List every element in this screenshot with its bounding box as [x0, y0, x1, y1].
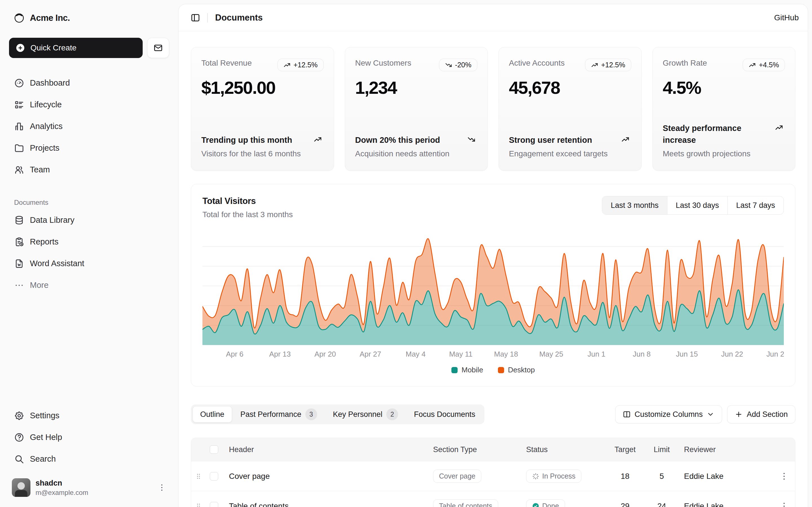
stat-value: 4.5% — [663, 77, 785, 98]
page-header: Documents GitHub — [179, 4, 808, 31]
customize-columns-label: Customize Columns — [635, 410, 703, 419]
range-last-30-days[interactable]: Last 30 days — [667, 196, 727, 214]
svg-text:Apr 20: Apr 20 — [314, 350, 336, 358]
trend-up-icon — [313, 135, 322, 144]
svg-text:May 4: May 4 — [406, 350, 426, 358]
row-menu-icon[interactable] — [779, 471, 789, 481]
row-menu-icon[interactable] — [779, 501, 789, 507]
github-link[interactable]: GitHub — [774, 13, 799, 22]
tab-focus-documents[interactable]: Focus Documents — [407, 406, 483, 422]
quick-create-button[interactable]: Quick Create — [9, 38, 143, 58]
sidebar-item-analytics[interactable]: Analytics — [9, 115, 169, 137]
svg-text:Apr 6: Apr 6 — [226, 350, 244, 358]
trend-up-icon — [621, 135, 629, 144]
sidebar-item-label: Data Library — [30, 216, 74, 225]
sidebar-item-data-library[interactable]: Data Library — [9, 209, 169, 231]
sidebar-item-lifecycle[interactable]: Lifecycle — [9, 94, 169, 115]
plus-icon — [735, 410, 743, 418]
inbox-button[interactable] — [147, 38, 169, 58]
row-checkbox[interactable] — [210, 502, 218, 507]
mail-icon — [153, 43, 163, 53]
stat-label: Growth Rate — [663, 59, 707, 68]
row-checkbox[interactable] — [210, 472, 218, 481]
user-menu[interactable]: shadcn m@example.com — [9, 476, 169, 499]
sidebar-item-settings[interactable]: Settings — [9, 405, 169, 427]
ellipsis-vertical-icon[interactable] — [157, 483, 166, 492]
select-all-checkbox[interactable] — [210, 445, 218, 454]
stat-trend-badge: +12.5% — [277, 59, 324, 71]
cell-target[interactable]: 18 — [607, 472, 644, 481]
sidebar-item-dashboard[interactable]: Dashboard — [9, 72, 169, 94]
drag-handle-icon[interactable] — [195, 502, 202, 507]
brand[interactable]: Acme Inc. — [9, 10, 169, 26]
sidebar-item-label: Team — [30, 165, 50, 174]
chart-legend: MobileDesktop — [202, 365, 784, 374]
sidebar-item-search[interactable]: Search — [9, 448, 169, 470]
circle-plus-icon — [15, 43, 26, 53]
range-last-3-months[interactable]: Last 3 months — [602, 196, 667, 214]
sidebar: Acme Inc. Quick Create DashboardLifecycl… — [0, 0, 178, 507]
cell-header[interactable]: Cover page — [225, 472, 429, 481]
stat-trend-badge: +12.5% — [585, 59, 631, 71]
add-section-label: Add Section — [747, 410, 788, 419]
sidebar-documents-nav: Data LibraryReportsWord AssistantMore — [9, 209, 169, 296]
cell-limit[interactable]: 24 — [644, 502, 680, 507]
sidebar-item-label: Word Assistant — [30, 259, 84, 268]
cell-header[interactable]: Table of contents — [225, 502, 429, 507]
tab-key-personnel[interactable]: Key Personnel2 — [326, 406, 406, 422]
database-icon — [14, 215, 24, 225]
sidebar-item-more[interactable]: More — [9, 274, 169, 296]
sidebar-item-label: Settings — [30, 411, 59, 420]
sidebar-item-label: Analytics — [30, 122, 63, 131]
settings-icon — [14, 411, 24, 421]
sidebar-item-label: More — [30, 281, 49, 290]
sidebar-item-team[interactable]: Team — [9, 159, 169, 180]
sidebar-item-label: Dashboard — [30, 78, 70, 88]
loader-icon — [532, 473, 539, 480]
stat-value: $1,250.00 — [201, 77, 324, 98]
table-row-cover-page: Cover page Cover page In Process 18 5 Ed… — [191, 461, 795, 491]
cell-reviewer[interactable]: Eddie Lake — [680, 472, 773, 481]
sidebar-toggle-button[interactable] — [188, 10, 203, 25]
sidebar-item-label: Lifecycle — [30, 100, 62, 109]
section-type-badge: Table of contents — [433, 499, 498, 507]
sidebar-item-label: Projects — [30, 144, 59, 153]
trend-up-icon — [591, 61, 598, 69]
file-word-icon — [14, 259, 24, 269]
stat-label: New Customers — [355, 59, 411, 68]
lifecycle-icon — [14, 100, 24, 110]
tab-outline[interactable]: Outline — [193, 406, 232, 422]
sidebar-item-projects[interactable]: Projects — [9, 137, 169, 159]
trend-down-icon — [445, 61, 452, 69]
cell-reviewer[interactable]: Eddie Lake — [680, 502, 773, 507]
tab-count-badge: 2 — [386, 408, 398, 420]
range-last-7-days[interactable]: Last 7 days — [727, 196, 783, 214]
view-tabs: OutlinePast Performance3Key Personnel2Fo… — [191, 404, 485, 424]
sidebar-item-get-help[interactable]: Get Help — [9, 427, 169, 448]
stat-label: Active Accounts — [509, 59, 565, 68]
tab-past-performance[interactable]: Past Performance3 — [233, 406, 324, 422]
stat-trend-badge: +4.5% — [743, 59, 785, 71]
drag-handle-icon[interactable] — [195, 472, 202, 481]
stat-footer-title: Steady performance increase — [663, 122, 785, 146]
stat-value: 45,678 — [509, 77, 631, 98]
trend-up-icon — [775, 123, 783, 132]
cell-target[interactable]: 29 — [607, 502, 644, 507]
stat-footer-subtitle: Engagement exceed targets — [509, 149, 631, 158]
stat-card-growth-rate: Growth Rate +4.5% 4.5% Steady performanc… — [652, 47, 796, 171]
columns-icon — [623, 410, 631, 418]
col-reviewer: Reviewer — [680, 445, 773, 454]
sidebar-footer-nav: SettingsGet HelpSearch — [9, 405, 169, 470]
users-icon — [14, 165, 24, 175]
cell-limit[interactable]: 5 — [644, 472, 680, 481]
stat-footer-title: Trending up this month — [201, 134, 324, 146]
sidebar-item-word-assistant[interactable]: Word Assistant — [9, 252, 169, 274]
stat-label: Total Revenue — [201, 59, 252, 68]
stat-footer-subtitle: Meets growth projections — [663, 149, 785, 158]
sidebar-item-reports[interactable]: Reports — [9, 231, 169, 252]
customize-columns-button[interactable]: Customize Columns — [615, 405, 722, 424]
dashboard-icon — [14, 78, 24, 88]
folder-icon — [14, 143, 24, 153]
add-section-button[interactable]: Add Section — [727, 405, 795, 424]
sections-table: Header Section Type Status Target Limit … — [191, 438, 795, 507]
